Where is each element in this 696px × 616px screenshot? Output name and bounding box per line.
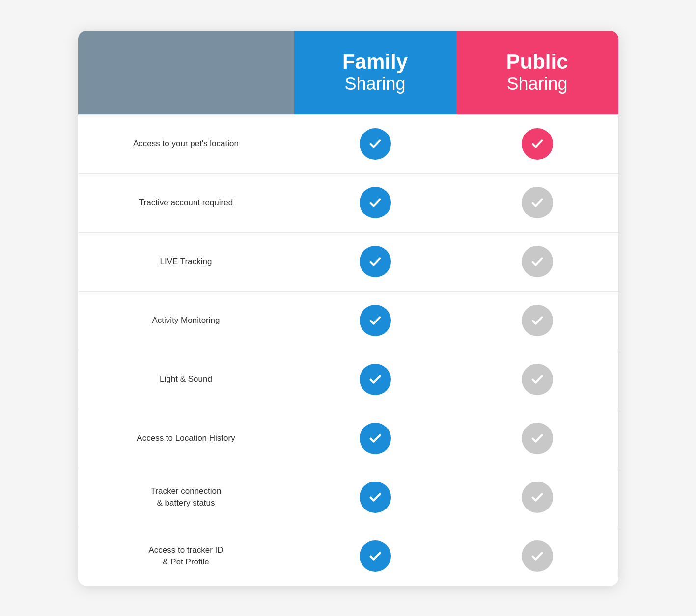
table-row: Tractive account required xyxy=(78,173,618,232)
checkmark-icon xyxy=(529,136,545,152)
family-check-cell xyxy=(294,115,456,173)
family-check-icon xyxy=(360,482,391,513)
public-check-icon xyxy=(522,482,553,513)
feature-label: Access to your pet's location xyxy=(78,115,294,173)
public-check-icon xyxy=(522,423,553,454)
feature-label: Access to tracker ID& Pet Profile xyxy=(78,527,294,586)
public-check-icon xyxy=(522,187,553,218)
public-check-icon xyxy=(522,246,553,277)
family-check-cell xyxy=(294,174,456,232)
table-row: Light & Sound xyxy=(78,350,618,409)
table-row: LIVE Tracking xyxy=(78,232,618,291)
feature-label: Light & Sound xyxy=(78,350,294,409)
feature-label: Tractive account required xyxy=(78,174,294,232)
family-check-cell xyxy=(294,233,456,291)
public-check-icon xyxy=(522,128,553,160)
checkmark-icon xyxy=(529,313,545,328)
checkmark-icon xyxy=(529,372,545,387)
header-public-sharing: Public Sharing xyxy=(456,31,618,114)
table-row: Access to tracker ID& Pet Profile xyxy=(78,527,618,586)
header-row: Family Sharing Public Sharing xyxy=(78,31,618,114)
public-title-bold: Public xyxy=(506,51,568,73)
public-check-icon xyxy=(522,364,553,395)
public-check-cell xyxy=(456,115,618,173)
rows-container: Access to your pet's location Tractive a… xyxy=(78,114,618,586)
checkmark-icon xyxy=(367,548,383,564)
feature-label: Activity Monitoring xyxy=(78,292,294,350)
feature-label: LIVE Tracking xyxy=(78,233,294,291)
table-row: Activity Monitoring xyxy=(78,291,618,350)
family-check-cell xyxy=(294,468,456,527)
header-family-sharing: Family Sharing xyxy=(294,31,456,114)
checkmark-icon xyxy=(367,430,383,446)
public-check-cell xyxy=(456,409,618,468)
public-check-cell xyxy=(456,174,618,232)
family-title-bold: Family xyxy=(342,51,408,73)
family-check-cell xyxy=(294,527,456,586)
public-check-cell xyxy=(456,292,618,350)
family-check-icon xyxy=(360,423,391,454)
checkmark-icon xyxy=(529,489,545,505)
checkmark-icon xyxy=(367,313,383,328)
public-check-cell xyxy=(456,527,618,586)
checkmark-icon xyxy=(529,430,545,446)
comparison-table: Family Sharing Public Sharing Access to … xyxy=(78,31,618,586)
checkmark-icon xyxy=(367,489,383,505)
checkmark-icon xyxy=(367,136,383,152)
checkmark-icon xyxy=(529,195,545,211)
checkmark-icon xyxy=(367,254,383,269)
checkmark-icon xyxy=(529,548,545,564)
public-check-icon xyxy=(522,305,553,336)
feature-label: Tracker connection& battery status xyxy=(78,468,294,527)
feature-label: Access to Location History xyxy=(78,409,294,468)
family-check-icon xyxy=(360,364,391,395)
table-row: Access to your pet's location xyxy=(78,114,618,173)
checkmark-icon xyxy=(367,372,383,387)
family-check-icon xyxy=(360,187,391,218)
family-check-icon xyxy=(360,128,391,160)
checkmark-icon xyxy=(367,195,383,211)
public-check-cell xyxy=(456,468,618,527)
family-title-light: Sharing xyxy=(344,73,405,94)
public-check-icon xyxy=(522,540,553,572)
checkmark-icon xyxy=(529,254,545,269)
table-row: Access to Location History xyxy=(78,409,618,468)
family-check-icon xyxy=(360,246,391,277)
public-title-light: Sharing xyxy=(506,73,567,94)
table-row: Tracker connection& battery status xyxy=(78,468,618,527)
family-check-cell xyxy=(294,409,456,468)
public-check-cell xyxy=(456,350,618,409)
family-check-icon xyxy=(360,540,391,572)
public-check-cell xyxy=(456,233,618,291)
family-check-cell xyxy=(294,292,456,350)
header-feature-empty xyxy=(78,31,294,114)
family-check-cell xyxy=(294,350,456,409)
family-check-icon xyxy=(360,305,391,336)
